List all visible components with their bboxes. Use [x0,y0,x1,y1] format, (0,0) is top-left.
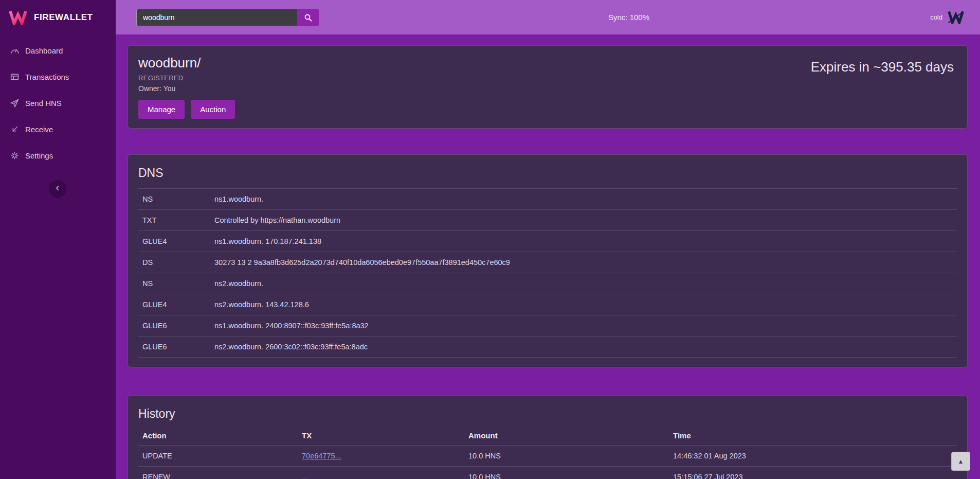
dns-record-row: GLUE6 ns1.woodburn. 2400:8907::f03c:93ff… [138,315,957,336]
sidebar-item-transactions[interactable]: Transactions [0,65,116,89]
dns-record-row: NS ns1.woodburn. [138,189,957,210]
history-col-amount: Amount [464,426,669,446]
sidebar-item-label: Receive [25,125,53,134]
domain-status-badge: REGISTERED [138,74,957,82]
cold-wallet-icon [947,10,965,24]
dns-record-row: NS ns2.woodburn. [138,273,957,294]
history-amount: 10.0 HNS [464,446,669,467]
dns-record-type: NS [138,273,210,294]
tx-link[interactable]: 70e64775... [302,452,341,460]
dns-record-type: GLUE4 [138,294,210,315]
dns-record-type: GLUE6 [138,315,210,336]
domain-expiry: Expires in ~395.35 days [811,59,954,75]
dns-record-value: ns1.woodburn. 2400:8907::f03c:93ff:fe5a:… [210,315,957,336]
dns-record-row: DS 30273 13 2 9a3a8fb3d625d2a2073d740f10… [138,252,957,273]
dns-record-row: GLUE6 ns2.woodburn. 2600:3c02::f03c:93ff… [138,336,957,358]
send-icon [10,99,19,108]
chevron-left-icon: ‹ [56,182,59,193]
wallet-mode: cold [930,10,965,24]
history-time: 15:15:06 27 Jul 2023 [669,467,957,479]
search-group [136,9,319,26]
wallet-mode-label: cold [930,13,942,21]
sidebar-item-label: Dashboard [25,46,63,55]
sync-status: Sync: 100% [608,0,649,34]
sidebar-nav: Dashboard Transactions Send HNS [0,39,116,168]
table-icon [10,73,19,81]
dns-record-type: DS [138,252,210,273]
sidebar-item-settings[interactable]: Settings [0,144,116,168]
receive-icon [10,125,19,134]
dns-record-value: Controlled by https://nathan.woodburn [210,210,957,231]
dns-record-type: GLUE4 [138,231,210,252]
sidebar-item-send-hns[interactable]: Send HNS [0,91,116,115]
history-card: History Action TX Amount Time UPDATE 70e… [128,395,968,479]
gear-icon [10,151,19,160]
history-col-time: Time [669,426,957,446]
domain-actions: Manage Auction [138,100,957,119]
sidebar-collapse-button[interactable]: ‹ [49,180,66,198]
sidebar-item-label: Send HNS [25,99,62,108]
dns-card-title: DNS [138,166,957,180]
history-header-row: Action TX Amount Time [138,426,957,446]
topbar: Sync: 100% cold [116,0,980,34]
dns-record-value: ns1.woodburn. 170.187.241.138 [210,231,957,252]
scroll-to-top-button[interactable]: ▲ [951,452,970,471]
domain-card: woodburn/ REGISTERED Owner: You Manage A… [128,45,968,129]
search-icon [304,13,312,22]
chevron-up-icon: ▲ [958,458,964,465]
tx-link[interactable]: ... [302,473,308,479]
dns-table: NS ns1.woodburn. TXT Controlled by https… [138,188,957,358]
history-amount: 10.0 HNS [464,467,669,479]
history-col-tx: TX [298,426,464,446]
dns-record-row: TXT Controlled by https://nathan.woodbur… [138,210,957,231]
history-row: UPDATE 70e64775... 10.0 HNS 14:46:32 01 … [138,446,957,467]
dns-record-value: ns1.woodburn. [210,189,957,210]
dns-record-value: ns2.woodburn. 143.42.128.6 [210,294,957,315]
dns-record-type: GLUE6 [138,336,210,358]
firewallet-logo-icon [8,10,28,25]
dns-card: DNS NS ns1.woodburn. TXT Controlled by h… [128,154,968,367]
dns-record-value: 30273 13 2 9a3a8fb3d625d2a2073d740f10da6… [210,252,957,273]
history-col-action: Action [138,426,298,446]
dns-record-value: ns2.woodburn. 2600:3c02::f03c:93ff:fe5a:… [210,336,957,358]
sidebar: FIREWALLET Dashboard Transactions [0,0,116,479]
domain-owner: Owner: You [138,84,957,93]
auction-button[interactable]: Auction [191,100,235,119]
sidebar-item-receive[interactable]: Receive [0,117,116,141]
dns-record-row: GLUE4 ns2.woodburn. 143.42.128.6 [138,294,957,315]
history-time: 14:46:32 01 Aug 2023 [669,446,957,467]
main-content: woodburn/ REGISTERED Owner: You Manage A… [116,34,980,479]
app-logo[interactable]: FIREWALLET [0,0,116,34]
history-table: Action TX Amount Time UPDATE 70e64775...… [138,426,957,479]
sidebar-item-label: Transactions [25,73,69,81]
dns-record-type: TXT [138,210,210,231]
manage-button[interactable]: Manage [138,100,185,119]
sidebar-item-dashboard[interactable]: Dashboard [0,39,116,63]
history-row: RENEW ... 10.0 HNS 15:15:06 27 Jul 2023 [138,467,957,479]
history-action: RENEW [138,467,298,479]
sidebar-item-label: Settings [25,151,53,160]
dashboard-icon [10,46,19,55]
dns-record-type: NS [138,189,210,210]
history-action: UPDATE [138,446,298,467]
dns-record-row: GLUE4 ns1.woodburn. 170.187.241.138 [138,231,957,252]
search-button[interactable] [297,9,319,26]
history-card-title: History [138,407,957,421]
app-title: FIREWALLET [34,12,93,23]
dns-record-value: ns2.woodburn. [210,273,957,294]
search-input[interactable] [136,9,297,26]
